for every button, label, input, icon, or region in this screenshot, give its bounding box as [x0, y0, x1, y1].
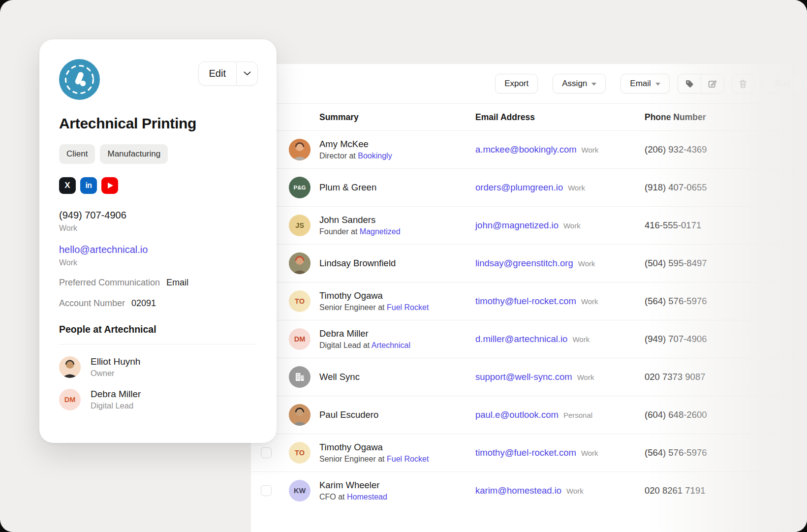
row-name: Karim Wheeler	[319, 480, 475, 491]
email-type-badge: Work	[581, 297, 598, 306]
field-account-number: Account Number 02091	[59, 298, 257, 309]
table-row[interactable]: P&GPlum & Greenorders@plumgreen.ioWork(9…	[251, 168, 794, 206]
avatar-photo	[289, 404, 310, 426]
avatar-company-icon	[289, 366, 310, 388]
company-link[interactable]: Fuel Rocket	[387, 455, 429, 463]
person-role: Digital Lead	[91, 401, 141, 410]
company-link[interactable]: Magnetized	[360, 227, 401, 236]
table-row[interactable]: TOTimothy OgawaSenior Engineer at Fuel R…	[251, 434, 794, 471]
avatar-initials: DM	[59, 389, 81, 410]
delete-button[interactable]	[732, 74, 754, 94]
company-email-link[interactable]: hello@artechnical.io	[59, 244, 257, 255]
tag-client: Client	[59, 144, 95, 164]
role-text: Senior Engineer at	[319, 455, 387, 463]
summary-cell: Timothy OgawaSenior Engineer at Fuel Roc…	[319, 442, 475, 464]
company-link[interactable]: Artechnical	[372, 341, 410, 349]
tag-list: Client Manufacturing	[59, 144, 257, 164]
row-email-link[interactable]: lindsay@greenstitch.org	[475, 258, 573, 269]
summary-cell: Paul Escudero	[319, 409, 475, 420]
column-header-email: Email Address	[475, 112, 645, 123]
tag-icon	[685, 79, 694, 88]
row-name: Lindsay Brownfield	[319, 258, 475, 269]
company-name: Artechnical Printing	[59, 115, 257, 132]
row-phone: (949) 707-4906	[645, 334, 794, 344]
summary-cell: Plum & Green	[319, 182, 475, 193]
field-value: 02091	[131, 298, 156, 309]
field-preferred-communication: Preferred Communication Email	[59, 278, 257, 288]
assign-label: Assign	[562, 79, 587, 89]
table-row[interactable]: Amy McKeeDirector at Bookinglya.mckee@bo…	[251, 130, 794, 168]
row-email-link[interactable]: a.mckee@bookingly.com	[475, 144, 577, 155]
x-icon: X	[64, 181, 70, 190]
edit-dropdown-button[interactable]	[237, 62, 257, 85]
compose-button[interactable]	[701, 74, 724, 93]
table-toolbar: Export Assign Email	[251, 64, 794, 104]
avatar-photo	[289, 252, 310, 274]
company-link[interactable]: Homestead	[347, 493, 387, 501]
row-name: Paul Escudero	[319, 409, 475, 420]
row-email-link[interactable]: timothy@fuel-rocket.com	[475, 296, 576, 307]
row-email-link[interactable]: support@well-sync.com	[475, 372, 572, 382]
table-row[interactable]: Paul Escuderopaul.e@outlook.comPersonal(…	[251, 396, 794, 434]
summary-cell: Well Sync	[319, 372, 475, 382]
edit-label: Edit	[209, 68, 226, 79]
company-link[interactable]: Bookingly	[358, 152, 392, 160]
avatar-photo	[59, 356, 81, 378]
sort-button[interactable]: Sort	[762, 74, 804, 94]
email-cell: timothy@fuel-rocket.comWork	[475, 447, 645, 458]
email-type-badge: Personal	[563, 411, 592, 419]
row-email-link[interactable]: timothy@fuel-rocket.com	[475, 447, 576, 458]
row-role: Senior Engineer at Fuel Rocket	[319, 455, 475, 464]
row-checkbox[interactable]	[261, 485, 272, 496]
email-button[interactable]: Email	[621, 74, 670, 94]
person-name: Debra Miller	[91, 389, 141, 400]
sort-label: Sort	[775, 79, 790, 89]
table-row[interactable]: Well Syncsupport@well-sync.comWork020 73…	[251, 358, 794, 396]
summary-cell: Karim WheelerCFO at Homestead	[319, 480, 475, 501]
person-photo	[289, 139, 310, 160]
row-email-link[interactable]: john@magnetized.io	[475, 220, 559, 231]
x-social-button[interactable]: X	[59, 177, 76, 194]
email-type-badge: Work	[572, 335, 590, 344]
row-name: Timothy Ogawa	[319, 290, 475, 301]
row-email-link[interactable]: orders@plumgreen.io	[475, 182, 563, 193]
email-type-badge: Work	[577, 373, 594, 381]
email-cell: lindsay@greenstitch.orgWork	[475, 258, 645, 269]
linkedin-icon: in	[85, 181, 92, 190]
email-cell: support@well-sync.comWork	[475, 372, 645, 382]
export-button[interactable]: Export	[495, 74, 538, 94]
app-background: Export Assign Email	[0, 0, 807, 532]
buildings-icon	[294, 372, 305, 382]
assign-button[interactable]: Assign	[553, 74, 606, 94]
row-phone: (564) 576-5976	[645, 447, 794, 458]
table-header-row: Summary Email Address Phone Number	[251, 104, 794, 130]
table-row[interactable]: DMDebra MillerDigital Lead at Artechnica…	[251, 320, 794, 358]
person-item[interactable]: Elliot Huynh Owner	[59, 356, 257, 378]
row-email-link[interactable]: d.miller@artechnical.io	[475, 334, 567, 344]
phone-type-label: Work	[59, 224, 257, 233]
table-row[interactable]: TOTimothy OgawaSenior Engineer at Fuel R…	[251, 282, 794, 320]
table-row[interactable]: KWKarim WheelerCFO at Homesteadkarim@hom…	[251, 471, 794, 509]
row-checkbox[interactable]	[261, 447, 272, 458]
row-name: John Sanders	[319, 215, 475, 225]
social-links: X in	[59, 177, 257, 194]
linkedin-social-button[interactable]: in	[80, 177, 97, 194]
summary-cell: John SandersFounder at Magnetized	[319, 215, 475, 236]
row-email-link[interactable]: paul.e@outlook.com	[475, 409, 559, 420]
person-item[interactable]: DM Debra Miller Digital Lead	[59, 389, 257, 410]
table-row[interactable]: JSJohn SandersFounder at Magnetizedjohn@…	[251, 206, 794, 244]
tag-button[interactable]	[678, 74, 701, 93]
youtube-social-button[interactable]	[101, 177, 118, 194]
email-type-badge: Work	[578, 259, 595, 268]
company-link[interactable]: Fuel Rocket	[387, 303, 429, 312]
edit-button[interactable]: Edit	[199, 62, 236, 85]
row-phone: (564) 576-5976	[645, 296, 794, 307]
table-row[interactable]: Lindsay Brownfieldlindsay@greenstitch.or…	[251, 244, 794, 282]
email-type-badge: Work	[581, 449, 598, 457]
edit-split-button: Edit	[198, 62, 258, 86]
table-rows: Amy McKeeDirector at Bookinglya.mckee@bo…	[251, 130, 794, 509]
row-email-link[interactable]: karim@homestead.io	[475, 485, 561, 496]
row-phone: (918) 407-0655	[645, 182, 794, 193]
email-type-label: Work	[59, 258, 257, 267]
email-type-badge: Work	[582, 146, 599, 154]
